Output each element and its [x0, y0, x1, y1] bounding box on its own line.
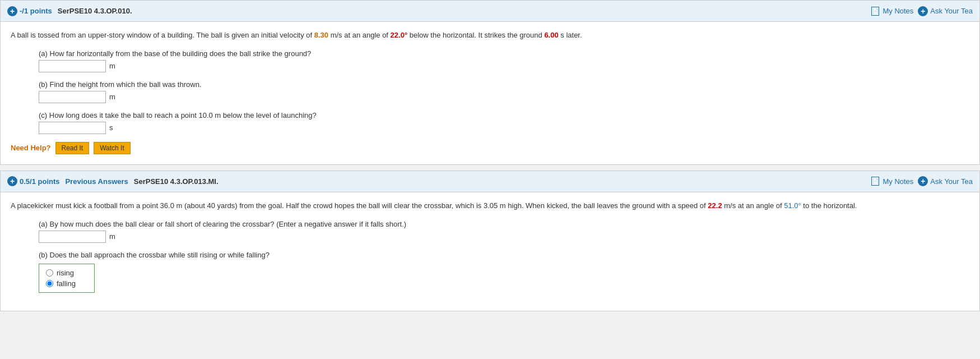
unit-1c: s [109, 123, 113, 132]
header-right-2: 📄 My Notes + Ask Your Tea [871, 176, 973, 186]
sub-question-1c-text: (c) How long does it take the ball to re… [39, 111, 969, 119]
sub-question-1b: (b) Find the height from which the ball … [39, 80, 969, 103]
answer-input-1b[interactable] [39, 91, 106, 103]
problem-id-2: SerPSE10 4.3.OP.013.MI. [134, 177, 219, 186]
doc-icon-1: 📄 [871, 7, 879, 16]
points-badge-2: + 0.5/1 points [7, 176, 60, 186]
radio-option-falling: falling [46, 279, 87, 288]
answer-row-2a: m [39, 231, 969, 243]
previous-answers-link[interactable]: Previous Answers [66, 177, 128, 186]
plus-icon-2: + [7, 176, 17, 186]
sub-question-1a: (a) How far horizontally from the base o… [39, 49, 969, 72]
question-2-block: + 0.5/1 points Previous Answers SerPSE10… [0, 171, 980, 311]
radio-option-rising: rising [46, 269, 87, 277]
problem-id-1: SerPSE10 4.3.OP.010. [58, 7, 132, 15]
sub-question-1b-text: (b) Find the height from which the ball … [39, 80, 969, 89]
radio-falling[interactable] [46, 280, 53, 287]
ask-plus-icon-2: + [918, 176, 928, 186]
radio-rising[interactable] [46, 269, 53, 277]
answer-input-2a[interactable] [39, 231, 106, 243]
speed-value-2: 22.2 [708, 201, 722, 210]
ask-your-tea-button-2[interactable]: + Ask Your Tea [918, 176, 973, 186]
radio-group-2b: rising falling [39, 264, 95, 293]
radio-rising-label: rising [57, 269, 74, 277]
read-it-button-1[interactable]: Read It [55, 142, 90, 154]
question-1-header: + -/1 points SerPSE10 4.3.OP.010. 📄 My N… [1, 1, 979, 22]
sub-question-2a-text: (a) By how much does the ball clear or f… [39, 220, 969, 228]
need-help-section-1: Need Help? Read It Watch It [11, 142, 969, 154]
sub-question-1c: (c) How long does it take the ball to re… [39, 111, 969, 134]
angle-value: 22.0° [391, 31, 408, 39]
points-text-1: -/1 points [20, 7, 52, 15]
sub-question-2a: (a) By how much does the ball clear or f… [39, 220, 969, 243]
answer-row-1c: s [39, 122, 969, 134]
ask-your-tea-button-1[interactable]: + Ask Your Tea [918, 6, 973, 16]
velocity-value: 8.30 [314, 31, 328, 39]
answer-row-1b: m [39, 91, 969, 103]
question-1-block: + -/1 points SerPSE10 4.3.OP.010. 📄 My N… [0, 0, 980, 165]
plus-icon-1: + [7, 6, 17, 16]
points-badge-1: + -/1 points [7, 6, 52, 16]
answer-input-1c[interactable] [39, 122, 106, 134]
watch-it-button-1[interactable]: Watch It [94, 142, 131, 154]
ask-plus-icon-1: + [918, 6, 928, 16]
question-2-header: + 0.5/1 points Previous Answers SerPSE10… [1, 171, 979, 192]
sub-question-2b-text: (b) Does the ball approach the crossbar … [39, 251, 969, 259]
radio-falling-label: falling [57, 279, 76, 288]
points-text-2: 0.5/1 points [20, 177, 60, 186]
angle-value-2: 51.0° [784, 201, 801, 210]
answer-input-1a[interactable] [39, 60, 106, 72]
my-notes-button-1[interactable]: 📄 My Notes [871, 7, 913, 16]
question-2-body: A placekicker must kick a football from … [1, 192, 979, 311]
unit-1a: m [109, 62, 115, 70]
time-value: 6.00 [544, 31, 558, 39]
my-notes-button-2[interactable]: 📄 My Notes [871, 177, 913, 186]
header-right-1: 📄 My Notes + Ask Your Tea [871, 6, 973, 16]
question-1-body: A ball is tossed from an upper-story win… [1, 22, 979, 164]
answer-row-1a: m [39, 60, 969, 72]
problem-statement-1: A ball is tossed from an upper-story win… [11, 30, 969, 42]
doc-icon-2: 📄 [871, 177, 879, 186]
unit-2a: m [109, 232, 115, 241]
problem-statement-2: A placekicker must kick a football from … [11, 200, 969, 212]
need-help-label-1: Need Help? [11, 144, 51, 152]
sub-question-1a-text: (a) How far horizontally from the base o… [39, 49, 969, 58]
unit-1b: m [109, 93, 115, 101]
sub-question-2b: (b) Does the ball approach the crossbar … [39, 251, 969, 293]
